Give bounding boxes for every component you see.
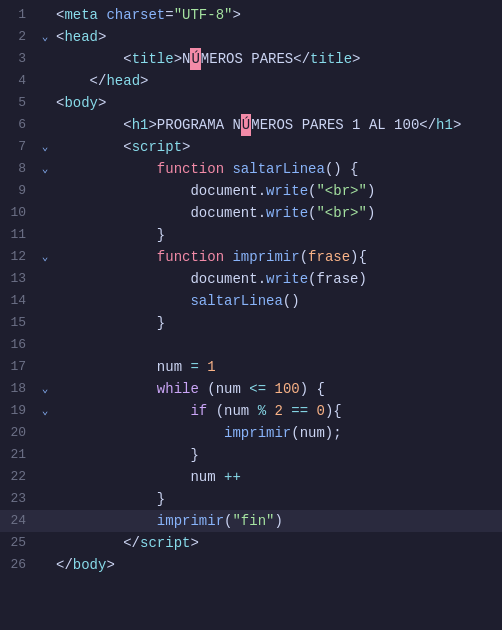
line-content: <h1>PROGRAMA NÚMEROS PARES 1 AL 100</h1>	[54, 114, 502, 136]
token-operator: =	[190, 359, 198, 375]
token-number-val: 1	[207, 359, 215, 375]
collapse-arrow[interactable]: ⌄	[38, 378, 52, 400]
token-plain: PROGRAMA N	[157, 117, 241, 133]
line-content: <head>	[54, 26, 502, 48]
token-tag: script	[132, 139, 182, 155]
token-fn-name: saltarLinea	[232, 161, 324, 177]
line-content: saltarLinea()	[54, 290, 502, 312]
token-tag-bracket: >	[232, 7, 240, 23]
line-content: function imprimir(frase){	[54, 246, 502, 268]
token-plain: num	[157, 359, 191, 375]
collapse-arrow[interactable]: ⌄	[38, 136, 52, 158]
token-tag-bracket: >	[140, 73, 148, 89]
code-line: 25 </script>	[0, 532, 502, 554]
line-content: </script>	[54, 532, 502, 554]
token-keyword: function	[157, 249, 224, 265]
line-number: 20	[0, 422, 38, 444]
line-number: 11	[0, 224, 38, 246]
collapse-arrow[interactable]: ⌄	[38, 158, 52, 180]
token-tag-bracket: >	[174, 51, 182, 67]
token-punct: =	[165, 7, 173, 23]
token-plain: num	[190, 469, 224, 485]
line-number: 25	[0, 532, 38, 554]
line-content: if (num % 2 == 0){	[54, 400, 502, 422]
line-content: imprimir("fin")	[54, 510, 502, 532]
code-line: 19⌄ if (num % 2 == 0){	[0, 400, 502, 422]
line-content: num = 1	[54, 356, 502, 378]
token-tag-bracket: >	[453, 117, 461, 133]
line-content: document.write("<br>")	[54, 202, 502, 224]
token-operator: ++	[224, 469, 241, 485]
token-punct: }	[190, 447, 198, 463]
line-content: num ++	[54, 466, 502, 488]
line-content: function saltarLinea() {	[54, 158, 502, 180]
code-line: 9 document.write("<br>")	[0, 180, 502, 202]
token-tag: body	[64, 95, 98, 111]
code-line: 1 <meta charset="UTF-8">	[0, 4, 502, 26]
code-line: 21 }	[0, 444, 502, 466]
token-tag-bracket: </	[123, 535, 140, 551]
token-punct: (num);	[291, 425, 341, 441]
token-plain: (num	[207, 403, 257, 419]
code-line: 23 }	[0, 488, 502, 510]
token-tag-bracket: >	[352, 51, 360, 67]
code-line: 20 imprimir(num);	[0, 422, 502, 444]
line-number: 17	[0, 356, 38, 378]
token-method: write	[266, 205, 308, 221]
token-punct: ) {	[300, 381, 325, 397]
line-number: 6	[0, 114, 38, 136]
code-line: 6 <h1>PROGRAMA NÚMEROS PARES 1 AL 100</h…	[0, 114, 502, 136]
code-line: 13 document.write(frase)	[0, 268, 502, 290]
token-plain: document.	[190, 205, 266, 221]
token-operator: %	[258, 403, 266, 419]
line-number: 7	[0, 136, 38, 158]
token-punct: ){	[325, 403, 342, 419]
line-content: }	[54, 488, 502, 510]
line-number: 4	[0, 70, 38, 92]
token-tag-bracket: >	[106, 557, 114, 573]
token-tag: body	[73, 557, 107, 573]
token-punct: ){	[350, 249, 367, 265]
token-tag-bracket: >	[190, 535, 198, 551]
line-content: <script>	[54, 136, 502, 158]
token-tag-bracket: </	[293, 51, 310, 67]
token-punct: () {	[325, 161, 359, 177]
token-plain: document.	[190, 271, 266, 287]
token-punct: }	[157, 315, 165, 331]
token-punct: }	[157, 491, 165, 507]
line-content: <body>	[54, 92, 502, 114]
token-tag: script	[140, 535, 190, 551]
line-number: 13	[0, 268, 38, 290]
line-number: 3	[0, 48, 38, 70]
line-number: 15	[0, 312, 38, 334]
token-method: write	[266, 183, 308, 199]
code-line: 2⌄<head>	[0, 26, 502, 48]
token-operator: <=	[249, 381, 266, 397]
line-number: 24	[0, 510, 38, 532]
line-number: 18	[0, 378, 38, 400]
token-attr-value: "UTF-8"	[174, 7, 233, 23]
token-attr-name: charset	[106, 7, 165, 23]
token-tag-bracket: </	[56, 557, 73, 573]
token-punct: )	[367, 205, 375, 221]
line-number: 2	[0, 26, 38, 48]
token-tag-bracket: </	[419, 117, 436, 133]
line-content: document.write(frase)	[54, 268, 502, 290]
line-content: </head>	[54, 70, 502, 92]
token-tag: h1	[132, 117, 149, 133]
code-line: 8⌄ function saltarLinea() {	[0, 158, 502, 180]
line-number: 19	[0, 400, 38, 422]
line-number: 12	[0, 246, 38, 268]
line-number: 23	[0, 488, 38, 510]
token-fn-name: imprimir	[157, 513, 224, 529]
collapse-arrow[interactable]: ⌄	[38, 400, 52, 422]
collapse-arrow[interactable]: ⌄	[38, 246, 52, 268]
line-number: 22	[0, 466, 38, 488]
collapse-arrow[interactable]: ⌄	[38, 26, 52, 48]
token-fn-name: imprimir	[224, 425, 291, 441]
line-content: while (num <= 100) {	[54, 378, 502, 400]
line-content: }	[54, 224, 502, 246]
code-line: 16	[0, 334, 502, 356]
token-tag: head	[106, 73, 140, 89]
code-line: 15 }	[0, 312, 502, 334]
